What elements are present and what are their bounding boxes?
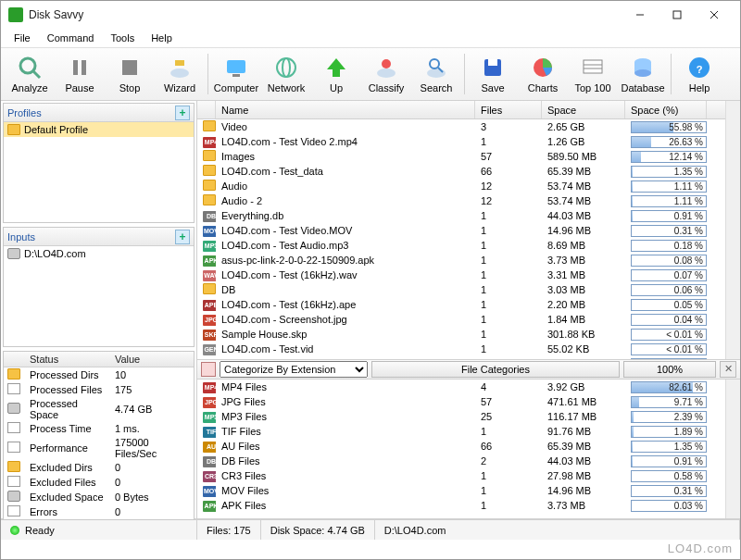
- statusbar: Ready Files: 175 Disk Space: 4.74 GB D:\…: [1, 519, 740, 540]
- pct-bar: 1.11 %: [631, 180, 707, 193]
- file-row[interactable]: GENLO4D.com - Test.vid155.02 KB< 0.01 %: [197, 342, 725, 356]
- maximize-button[interactable]: [659, 2, 696, 28]
- file-row[interactable]: MP3LO4D.com - Test Audio.mp318.69 MB0.18…: [197, 238, 725, 253]
- menubar: File Command Tools Help: [1, 29, 740, 47]
- file-row[interactable]: Video32.65 GB55.98 %: [197, 119, 725, 134]
- toolbar-label: Wizard: [164, 82, 195, 93]
- mov-icon: MOV: [203, 486, 216, 497]
- close-button[interactable]: [696, 2, 733, 28]
- svg-rect-12: [232, 74, 240, 77]
- category-row[interactable]: TIFTIF Files191.76 MB1.89 %: [197, 424, 725, 439]
- file-grid-body[interactable]: Video32.65 GB55.98 %MP4LO4D.com - Test V…: [197, 119, 725, 359]
- menu-tools[interactable]: Tools: [103, 31, 142, 45]
- file-row[interactable]: Images57589.50 MB12.14 %: [197, 149, 725, 164]
- menu-command[interactable]: Command: [40, 31, 102, 45]
- minimize-button[interactable]: [622, 2, 659, 28]
- file-row[interactable]: WAVLO4D.com - Test (16kHz).wav13.31 MB0.…: [197, 268, 725, 282]
- svg-text:?: ?: [697, 64, 703, 75]
- jpg-icon: JPG: [203, 315, 216, 326]
- svg-point-18: [430, 59, 439, 68]
- toolbar-pause[interactable]: Pause: [55, 49, 105, 99]
- menu-help[interactable]: Help: [144, 31, 180, 45]
- file-grid-scrollbar[interactable]: [725, 101, 740, 359]
- folder-icon: [203, 283, 216, 294]
- pct-bar: < 0.01 %: [631, 358, 707, 360]
- pct-bar: 0.91 %: [631, 210, 707, 222]
- toolbar-charts[interactable]: Charts: [518, 49, 568, 99]
- category-grid[interactable]: MP4MP4 Files43.92 GB82.61 %JPGJPG Files5…: [197, 380, 740, 518]
- pct-bar: 82.61 %: [631, 381, 707, 393]
- category-row[interactable]: MOVMOV Files114.96 MB0.31 %: [197, 483, 725, 498]
- category-row[interactable]: APKAPK Files13.73 MB0.03 %: [197, 498, 725, 513]
- toolbar-help[interactable]: ?Help: [674, 49, 724, 99]
- clock-icon: [7, 422, 20, 433]
- mp4-icon: MP4: [203, 382, 216, 393]
- file-row[interactable]: Audio1253.74 MB1.11 %: [197, 179, 725, 193]
- category-row[interactable]: AUAU Files6665.39 MB1.35 %: [197, 439, 725, 454]
- profile-item[interactable]: Default Profile: [4, 122, 194, 137]
- status-col-value[interactable]: Value: [111, 352, 194, 367]
- add-profile-button[interactable]: +: [175, 106, 190, 120]
- toolbar-analyze[interactable]: Analyze: [5, 49, 55, 99]
- toolbar-classify[interactable]: Classify: [361, 49, 411, 99]
- toolbar-wizard[interactable]: Wizard: [155, 49, 205, 99]
- category-row[interactable]: CR3CR3 Files127.98 MB0.58 %: [197, 468, 725, 483]
- col-files[interactable]: Files: [475, 101, 542, 118]
- input-item[interactable]: D:\LO4D.com: [4, 246, 194, 261]
- status-row: Excluded Space0 Bytes: [4, 490, 194, 504]
- file-row[interactable]: MP4LO4D.com - Test Video 2.mp411.26 GB26…: [197, 134, 725, 149]
- pct-bar: 0.08 %: [631, 255, 707, 267]
- category-row[interactable]: MP3MP3 Files25116.17 MB2.39 %: [197, 409, 725, 424]
- status-col-status[interactable]: Status: [26, 352, 111, 367]
- menu-file[interactable]: File: [6, 31, 38, 45]
- toolbar-label: Computer: [214, 82, 258, 93]
- toolbar-label: Save: [481, 82, 504, 93]
- pct-bar: 55.98 %: [631, 121, 707, 133]
- file-row[interactable]: LO4D.com - Test_data6665.39 MB1.35 %: [197, 164, 725, 179]
- status-row: Process Time1 ms.: [4, 421, 194, 436]
- category-row[interactable]: JPGJPG Files57471.61 MB9.71 %: [197, 394, 725, 409]
- toolbar-top-100[interactable]: Top 100: [568, 49, 618, 99]
- folder-icon: [203, 120, 216, 131]
- top-100-icon: [580, 55, 606, 81]
- file-row[interactable]: APELO4D.com - Test (16kHz).ape12.20 MB0.…: [197, 297, 725, 312]
- toolbar-save[interactable]: Save: [468, 49, 518, 99]
- col-space-pct[interactable]: Space (%): [625, 101, 707, 118]
- toolbar: AnalyzePauseStopWizardComputerNetworkUpC…: [1, 47, 740, 101]
- file-row[interactable]: JPGLO4D.com - Screenshot.jpg11.84 MB0.04…: [197, 312, 725, 327]
- file-row[interactable]: DB13.03 MB0.06 %: [197, 282, 725, 297]
- toolbar-label: Database: [621, 82, 664, 93]
- file-row[interactable]: Audio - 21253.74 MB1.11 %: [197, 193, 725, 208]
- toolbar-search[interactable]: Search: [411, 49, 461, 99]
- category-grid-scrollbar[interactable]: [725, 380, 740, 518]
- file-row[interactable]: MOVLO4D.com - Test Video.MOV114.96 MB0.3…: [197, 223, 725, 238]
- categorize-icon[interactable]: [201, 362, 216, 377]
- toolbar-up[interactable]: Up: [311, 49, 361, 99]
- pct-bar: 0.18 %: [631, 240, 707, 252]
- status-disk-space: Disk Space: 4.74 GB: [261, 520, 375, 540]
- col-space[interactable]: Space: [542, 101, 625, 118]
- folder-icon: [203, 150, 216, 161]
- toolbar-network[interactable]: Network: [261, 49, 311, 99]
- categorize-mode-select[interactable]: Categorize By Extension: [220, 361, 368, 378]
- file-row[interactable]: DBEverything.db144.03 MB0.91 %: [197, 208, 725, 223]
- add-input-button[interactable]: +: [175, 230, 190, 244]
- zoom-pct[interactable]: 100%: [623, 361, 716, 378]
- file-categories-button[interactable]: File Categories: [371, 361, 620, 378]
- pct-bar: 12.14 %: [631, 151, 707, 163]
- profiles-list[interactable]: Default Profile: [4, 122, 194, 222]
- toolbar-stop[interactable]: Stop: [105, 49, 155, 99]
- file-row[interactable]: SKPLO4D.com - Test.skp154.30 KB< 0.01 %: [197, 356, 725, 359]
- disk-icon: [7, 491, 20, 502]
- close-category-button[interactable]: ✕: [720, 361, 736, 378]
- category-row[interactable]: DBDB Files244.03 MB0.91 %: [197, 454, 725, 468]
- toolbar-database[interactable]: Database: [618, 49, 668, 99]
- file-row[interactable]: APKasus-pc-link-2-0-0-22-150909.apk13.73…: [197, 253, 725, 268]
- col-name[interactable]: Name: [216, 101, 475, 118]
- status-row: Processed Files175: [4, 382, 194, 397]
- file-row[interactable]: SKPSample House.skp1301.88 KB< 0.01 %: [197, 327, 725, 342]
- category-row[interactable]: MP4MP4 Files43.92 GB82.61 %: [197, 380, 725, 394]
- inputs-list[interactable]: D:\LO4D.com: [4, 246, 194, 346]
- svg-point-14: [283, 58, 290, 77]
- toolbar-computer[interactable]: Computer: [211, 49, 261, 99]
